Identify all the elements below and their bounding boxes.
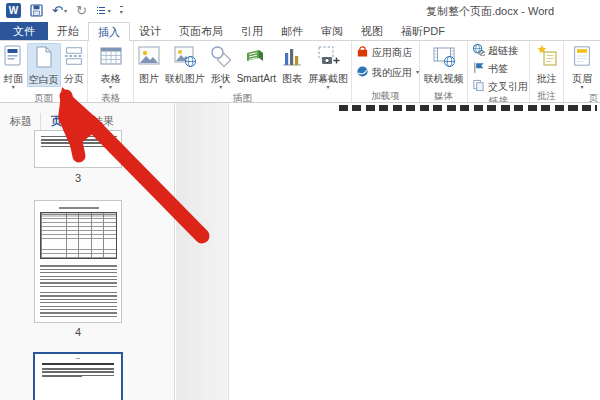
chevron-down-icon: ▾ bbox=[580, 85, 583, 90]
thumbnail-text-lines bbox=[40, 290, 117, 317]
thumbnail-table bbox=[40, 212, 117, 259]
chart-icon bbox=[280, 44, 304, 72]
ribbon-group-illustrations: 图片 联机图片 形状 ▾ SmartArt 图表 bbox=[134, 41, 352, 102]
save-icon[interactable] bbox=[30, 4, 43, 17]
ribbon-group-media: 联机视频 媒体 bbox=[420, 41, 468, 102]
table-icon bbox=[99, 44, 123, 72]
online-pictures-icon bbox=[173, 44, 197, 72]
word-window: W ↶▾ ↻ ▾ ▾ 复制整个页面.docx - Word 文件 开始 插入 设… bbox=[0, 0, 600, 400]
chevron-down-icon: ▾ bbox=[64, 8, 67, 14]
tab-design[interactable]: 设计 bbox=[130, 22, 170, 40]
group-label-pages: 页面 bbox=[0, 91, 87, 102]
picture-icon bbox=[137, 44, 161, 72]
nav-tab-headings[interactable]: 标题 bbox=[10, 113, 32, 132]
page-thumbnail-4[interactable] bbox=[34, 200, 122, 323]
tab-page-layout[interactable]: 页面布局 bbox=[170, 22, 232, 40]
page-break-button[interactable]: 分页 bbox=[62, 43, 86, 85]
clipped-text-line bbox=[339, 105, 597, 111]
document-background bbox=[176, 103, 228, 400]
cross-reference-icon bbox=[472, 79, 485, 94]
blank-page-button[interactable]: 空白页 bbox=[27, 43, 61, 87]
tab-review[interactable]: 审阅 bbox=[312, 22, 352, 40]
group-label-illustrations: 插图 bbox=[134, 91, 351, 102]
group-label-header-footer: 页 bbox=[564, 91, 600, 102]
shapes-icon bbox=[209, 44, 233, 72]
navigation-pane: 标题 页面 结果 3 4 bbox=[0, 103, 175, 400]
thumbnail-rule bbox=[42, 363, 114, 365]
my-apps-button[interactable]: 我的应用 ▾ bbox=[356, 65, 416, 80]
screenshot-icon bbox=[316, 44, 340, 72]
hyperlink-icon bbox=[472, 43, 485, 58]
document-page[interactable] bbox=[228, 103, 600, 400]
online-video-button[interactable]: 联机视频 bbox=[423, 43, 465, 85]
tab-mailings[interactable]: 邮件 bbox=[272, 22, 312, 40]
screenshot-button[interactable]: 屏幕截图 ▾ bbox=[307, 43, 349, 91]
group-label-tables: 表格 bbox=[88, 91, 133, 102]
cover-page-button[interactable]: 封面 ▾ bbox=[1, 43, 25, 91]
workspace: 标题 页面 结果 3 4 bbox=[0, 103, 600, 400]
ribbon-tab-row: 文件 开始 插入 设计 页面布局 引用 邮件 审阅 视图 福昕PDF bbox=[0, 22, 600, 40]
window-title: 复制整个页面.docx - Word bbox=[340, 4, 600, 19]
undo-icon[interactable]: ↶▾ bbox=[52, 4, 67, 17]
group-label-comments: 批注 bbox=[530, 89, 563, 102]
ribbon: 封面 ▾ 空白页 分页 页面 表格 ▾ bbox=[0, 40, 600, 103]
header-button[interactable]: 页眉 ▾ bbox=[570, 43, 594, 91]
ribbon-group-addins: 应用商店 我的应用 ▾ 加载项 bbox=[352, 41, 420, 102]
store-icon bbox=[356, 45, 369, 60]
online-video-icon bbox=[432, 44, 456, 72]
store-button[interactable]: 应用商店 bbox=[356, 45, 416, 60]
chevron-down-icon: ▾ bbox=[326, 85, 329, 90]
comment-button[interactable]: 批注 bbox=[534, 43, 560, 85]
ribbon-group-links: 超链接 书签 交叉引用 链接 bbox=[468, 41, 530, 102]
group-label-links: 链接 bbox=[468, 94, 529, 102]
tab-references[interactable]: 引用 bbox=[232, 22, 272, 40]
chevron-down-icon: ▾ bbox=[12, 85, 15, 90]
customize-list-icon[interactable]: ▾ bbox=[96, 5, 111, 16]
page-break-icon bbox=[63, 44, 85, 72]
bookmark-button[interactable]: 书签 bbox=[472, 61, 526, 76]
ribbon-group-tables: 表格 ▾ 表格 bbox=[88, 41, 134, 102]
my-apps-icon bbox=[356, 65, 369, 80]
table-button[interactable]: 表格 ▾ bbox=[98, 43, 124, 91]
thumbnail-title-line bbox=[59, 207, 99, 209]
ribbon-group-pages: 封面 ▾ 空白页 分页 页面 bbox=[0, 41, 88, 102]
chart-button[interactable]: 图表 bbox=[279, 43, 305, 85]
chevron-down-icon: ▾ bbox=[416, 70, 419, 75]
word-logo-icon: W bbox=[6, 3, 21, 18]
tab-foxit-pdf[interactable]: 福昕PDF bbox=[392, 22, 454, 40]
smartart-icon bbox=[244, 44, 268, 72]
bookmark-icon bbox=[472, 61, 485, 76]
quick-access-toolbar: W ↶▾ ↻ ▾ ▾ bbox=[6, 3, 123, 18]
smartart-button[interactable]: SmartArt bbox=[236, 43, 277, 85]
ribbon-group-header-footer: 页眉 ▾ 页 bbox=[564, 41, 600, 102]
tab-file[interactable]: 文件 bbox=[0, 22, 48, 40]
shapes-button[interactable]: 形状 ▾ bbox=[208, 43, 234, 91]
hyperlink-button[interactable]: 超链接 bbox=[472, 43, 526, 58]
page-number-label: 4 bbox=[34, 326, 122, 338]
comment-icon bbox=[535, 44, 559, 72]
redo-icon[interactable]: ↻ bbox=[76, 4, 87, 17]
thumbnail-text-lines bbox=[42, 367, 114, 376]
online-pictures-button[interactable]: 联机图片 bbox=[164, 43, 206, 85]
tab-view[interactable]: 视图 bbox=[352, 22, 392, 40]
tab-home[interactable]: 开始 bbox=[48, 22, 88, 40]
group-label-media: 媒体 bbox=[420, 89, 467, 102]
page-thumbnail-3[interactable] bbox=[34, 130, 122, 168]
title-bar: W ↶▾ ↻ ▾ ▾ 复制整个页面.docx - Word bbox=[0, 0, 600, 22]
tab-insert[interactable]: 插入 bbox=[88, 22, 130, 41]
cover-page-icon bbox=[2, 44, 24, 72]
thumbnail-text-lines bbox=[42, 376, 82, 377]
page-number-label: 3 bbox=[34, 172, 122, 184]
group-label-addins: 加载项 bbox=[352, 89, 419, 102]
header-icon bbox=[571, 44, 593, 72]
thumbnail-page-number-mark bbox=[76, 358, 80, 359]
chevron-down-icon: ▾ bbox=[219, 85, 222, 90]
cross-reference-button[interactable]: 交叉引用 bbox=[472, 79, 526, 94]
chevron-down-icon: ▾ bbox=[109, 85, 112, 90]
qat-more-icon[interactable]: ▾ bbox=[120, 6, 123, 15]
page-thumbnail-selected[interactable] bbox=[33, 352, 123, 400]
thumbnail-text-lines bbox=[40, 263, 117, 287]
thumbnail-text-lines bbox=[41, 135, 117, 147]
picture-button[interactable]: 图片 bbox=[136, 43, 162, 85]
blank-page-icon bbox=[33, 45, 55, 73]
